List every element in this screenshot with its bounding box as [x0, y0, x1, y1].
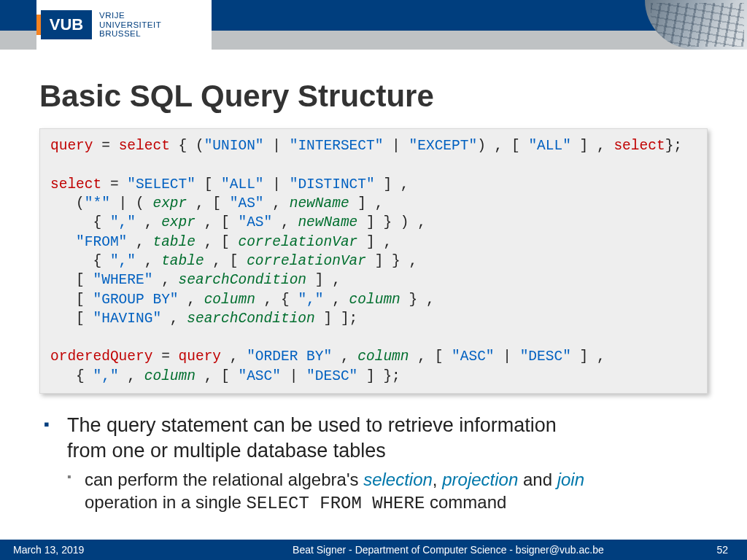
footer-page-number: 52 — [673, 544, 747, 556]
code-block: query = select { ("UNION" | "INTERSECT" … — [39, 128, 708, 394]
slide-banner: VUB VRIJE UNIVERSITEIT BRUSSEL — [0, 0, 747, 50]
logo-line2: UNIVERSITEIT — [99, 20, 161, 30]
bullet-list: The query statement can be used to retri… — [39, 413, 708, 516]
logo: VUB VRIJE UNIVERSITEIT BRUSSEL — [36, 0, 212, 50]
bullet-item: The query statement can be used to retri… — [39, 413, 708, 516]
slide-footer: March 13, 2019 Beat Signer - Department … — [0, 540, 747, 560]
logo-mark: VUB — [41, 10, 92, 39]
sub-bullet-item: can perform the relational algebra's sel… — [67, 468, 708, 515]
slide-content: Basic SQL Query Structure query = select… — [0, 50, 747, 516]
emphasis-join: join — [557, 470, 584, 489]
emphasis-selection: selection — [363, 470, 433, 489]
bullet-text-line2: from one or multiple database tables — [67, 440, 386, 462]
emphasis-projection: projection — [442, 470, 518, 489]
logo-line3: BRUSSEL — [99, 29, 161, 39]
sub-bullet-list: can perform the relational algebra's sel… — [67, 468, 708, 515]
bullet-text-line1: The query statement can be used to retri… — [67, 414, 557, 436]
logo-text: VRIJE UNIVERSITEIT BRUSSEL — [99, 11, 161, 39]
footer-author: Beat Signer - Department of Computer Sci… — [224, 544, 672, 556]
code-token: query — [50, 138, 93, 154]
footer-date: March 13, 2019 — [0, 544, 224, 556]
logo-line1: VRIJE — [99, 11, 161, 20]
slide-title: Basic SQL Query Structure — [39, 79, 708, 114]
inline-code: SELECT FROM WHERE — [246, 494, 425, 513]
